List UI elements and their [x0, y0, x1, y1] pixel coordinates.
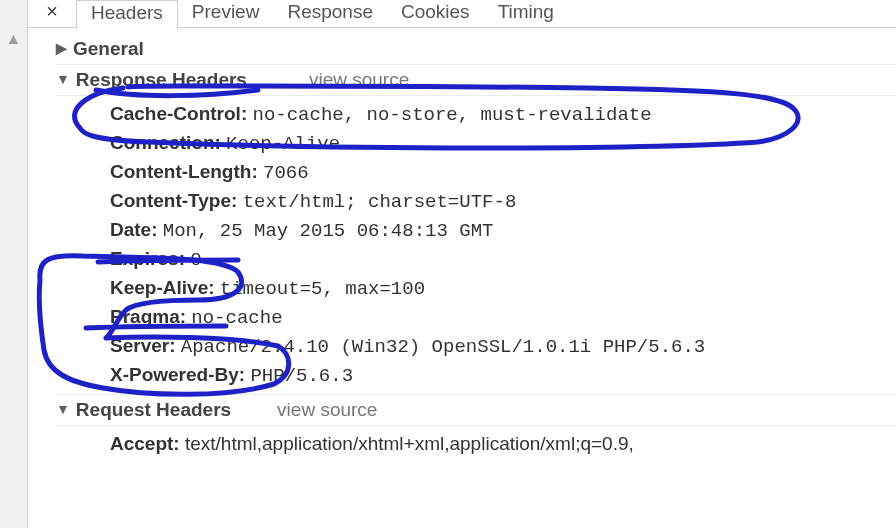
header-row: Content-Length: 7066 [110, 158, 896, 187]
view-source-link[interactable]: view source [309, 69, 409, 91]
tab-timing[interactable]: Timing [484, 0, 568, 28]
header-row: Content-Type: text/html; charset=UTF-8 [110, 187, 896, 216]
header-row: Date: Mon, 25 May 2015 06:48:13 GMT [110, 216, 896, 245]
header-value: 7066 [263, 162, 309, 184]
header-row: Accept: text/html,application/xhtml+xml,… [110, 430, 896, 458]
chevron-right-icon: ▶ [56, 40, 67, 56]
section-response-headers-header[interactable]: ▼ Response Headers view source [56, 65, 896, 96]
tab-response[interactable]: Response [273, 0, 387, 28]
header-value: text/html; charset=UTF-8 [243, 191, 517, 213]
header-row: X-Powered-By: PHP/5.6.3 [110, 361, 896, 390]
header-value: timeout=5, max=100 [220, 278, 425, 300]
header-row: Expires: 0 [110, 245, 896, 274]
response-headers-list: Cache-Control: no-cache, no-store, must-… [56, 96, 896, 395]
section-request-headers-header[interactable]: ▼ Request Headers view source [56, 395, 896, 426]
section-title-response-headers: Response Headers [76, 69, 247, 91]
header-name: Content-Length: [110, 161, 258, 182]
header-name: Expires: [110, 248, 185, 269]
header-value: no-cache, no-store, must-revalidate [253, 104, 652, 126]
header-name: Server: [110, 335, 176, 356]
section-general-header[interactable]: ▶ General [56, 34, 896, 65]
header-value: Apache/2.4.10 (Win32) OpenSSL/1.0.1i PHP… [181, 336, 706, 358]
header-name: X-Powered-By: [110, 364, 245, 385]
scrollbar-gutter[interactable]: ▲ [0, 0, 28, 528]
chevron-down-icon: ▼ [56, 401, 70, 417]
header-name: Connection: [110, 132, 221, 153]
scroll-up-icon[interactable]: ▲ [6, 30, 22, 48]
tab-preview[interactable]: Preview [178, 0, 274, 28]
close-icon[interactable]: × [38, 0, 66, 23]
header-value: 0 [190, 249, 201, 271]
view-source-link[interactable]: view source [277, 399, 377, 421]
header-value: Keep-Alive [226, 133, 340, 155]
tab-cookies[interactable]: Cookies [387, 0, 484, 28]
section-title-request-headers: Request Headers [76, 399, 231, 421]
header-row: Cache-Control: no-cache, no-store, must-… [110, 100, 896, 129]
header-name: Accept: [110, 433, 180, 454]
header-value: no-cache [191, 307, 282, 329]
tab-bar: Headers Preview Response Cookies Timing [28, 0, 896, 28]
header-name: Keep-Alive: [110, 277, 215, 298]
tab-headers[interactable]: Headers [76, 0, 178, 30]
section-title-general: General [73, 38, 144, 60]
header-row: Keep-Alive: timeout=5, max=100 [110, 274, 896, 303]
header-value: text/html,application/xhtml+xml,applicat… [185, 433, 634, 454]
network-headers-panel: × Headers Preview Response Cookies Timin… [28, 0, 896, 528]
header-row: Connection: Keep-Alive [110, 129, 896, 158]
header-row: Pragma: no-cache [110, 303, 896, 332]
header-value: Mon, 25 May 2015 06:48:13 GMT [163, 220, 494, 242]
header-name: Pragma: [110, 306, 186, 327]
header-row: Server: Apache/2.4.10 (Win32) OpenSSL/1.… [110, 332, 896, 361]
chevron-down-icon: ▼ [56, 71, 70, 87]
request-headers-list: Accept: text/html,application/xhtml+xml,… [56, 426, 896, 462]
header-name: Content-Type: [110, 190, 237, 211]
header-name: Cache-Control: [110, 103, 247, 124]
header-name: Date: [110, 219, 158, 240]
header-value: PHP/5.6.3 [250, 365, 353, 387]
